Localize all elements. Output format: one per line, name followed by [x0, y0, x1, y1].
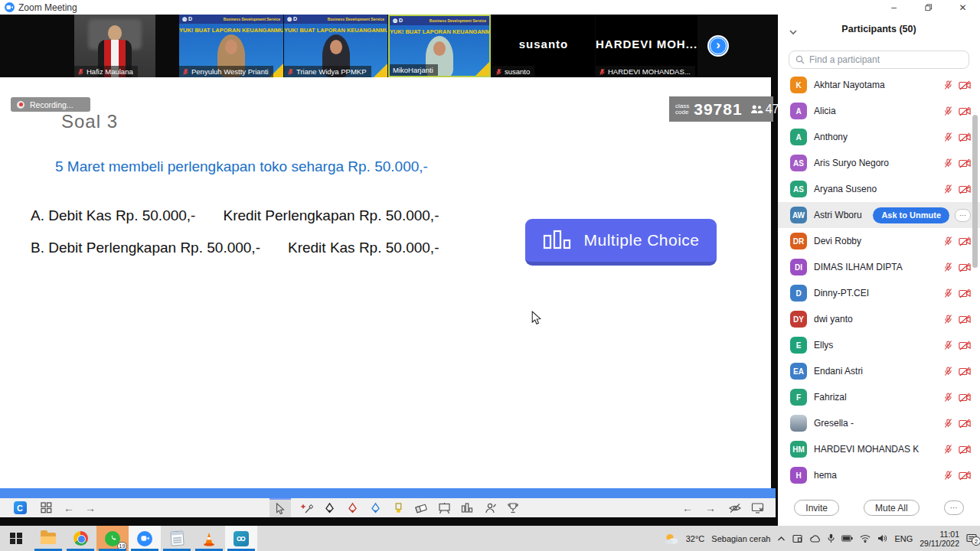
participant-row[interactable]: AW Astri Wboru Ask to Unmute··· — [778, 202, 980, 228]
next-slide-icon[interactable]: → — [80, 498, 101, 517]
wifi-icon[interactable] — [860, 534, 871, 543]
more-options-button[interactable]: ··· — [944, 500, 964, 515]
participant-row[interactable]: DI DIMAS ILHAM DIPTA — [778, 254, 980, 280]
pen-black-tool[interactable] — [318, 498, 340, 517]
whatsapp-taskbar-icon[interactable]: 19 — [96, 526, 129, 551]
banner-title: YUK! BUAT LAPORAN KEUANGANMU — [179, 27, 283, 34]
grid-view-icon[interactable] — [35, 498, 57, 517]
hide-annotations-icon[interactable] — [724, 498, 746, 517]
video-tile[interactable]: ◍ DBusiness Development ServiceYUK! BUAT… — [284, 15, 387, 77]
next-videos-button[interactable]: › — [707, 35, 729, 57]
participant-name: Alicia — [814, 106, 936, 116]
participant-name: HARDEVI MOHANDAS K — [814, 444, 936, 455]
microphone-icon[interactable] — [828, 533, 835, 543]
video-tile[interactable]: Hafiz Maulana — [74, 15, 155, 77]
mute-all-button[interactable]: Mute All — [864, 500, 920, 516]
video-tile[interactable]: ◍ DBusiness Development ServiceYUK! BUAT… — [388, 15, 491, 77]
zoom-taskbar-icon[interactable] — [129, 526, 161, 551]
video-off-icon — [959, 262, 971, 272]
participant-name: Akhtar Nayotama — [814, 80, 936, 90]
language-indicator[interactable]: ENG — [894, 534, 913, 543]
participant-status — [943, 392, 971, 403]
chrome-taskbar-icon[interactable] — [64, 526, 96, 551]
eraser-tool[interactable] — [410, 498, 432, 517]
teal-app-taskbar-icon[interactable] — [225, 526, 257, 551]
video-nametag: MikoHarjanti — [390, 64, 438, 76]
file-explorer-taskbar-icon[interactable] — [32, 526, 64, 551]
select-cursor-tool[interactable] — [270, 498, 291, 517]
highlighter-tool[interactable] — [387, 498, 409, 517]
participant-row[interactable]: DR Devi Robby — [778, 228, 980, 254]
participant-row[interactable]: F Fahrizal — [778, 384, 980, 410]
participant-status — [943, 184, 971, 194]
participant-name: Anthony — [814, 132, 936, 142]
multiple-choice-button[interactable]: Multiple Choice — [525, 219, 717, 266]
weather-icon[interactable] — [664, 533, 679, 545]
pen-red-tool[interactable] — [341, 498, 363, 517]
class-code-label: classcode — [675, 103, 689, 116]
poll-tool[interactable] — [456, 498, 478, 517]
participant-status — [943, 470, 971, 481]
weather-temp[interactable]: 32°C — [686, 534, 705, 543]
restore-button[interactable] — [911, 0, 946, 15]
video-tile[interactable]: ◍ DBusiness Development ServiceYUK! BUAT… — [179, 15, 283, 77]
participant-row[interactable]: A Anthony — [778, 124, 980, 150]
scrollbar-thumb[interactable] — [972, 115, 978, 268]
class-code-badge: classcode 39781 47 — [669, 96, 773, 122]
weather-desc[interactable]: Sebagian cerah — [711, 534, 770, 543]
participant-row[interactable]: H hema — [778, 462, 980, 488]
banner-brand: Business Development Service — [430, 18, 486, 23]
minimize-button[interactable]: – — [877, 0, 911, 15]
participant-more-button[interactable]: ··· — [955, 209, 971, 222]
tablet-mode-icon[interactable] — [792, 534, 802, 543]
participant-row[interactable]: K Akhtar Nayotama — [778, 72, 980, 98]
invite-button[interactable]: Invite — [794, 500, 839, 516]
search-input[interactable] — [809, 54, 962, 65]
laser-pointer-tool[interactable] — [296, 498, 317, 517]
classpoint-icon[interactable]: C — [9, 498, 31, 517]
participant-status — [943, 340, 971, 350]
mic-off-icon — [943, 158, 953, 168]
participant-row[interactable]: EA Endani Astri — [778, 358, 980, 384]
participant-search[interactable] — [789, 51, 969, 69]
participant-row[interactable]: A Alicia — [778, 98, 980, 124]
notepad-icon — [170, 530, 184, 546]
action-center-icon[interactable]: 2 — [966, 533, 977, 543]
participant-row[interactable]: Gresella - — [778, 410, 980, 436]
battery-icon[interactable] — [841, 535, 853, 542]
video-tile[interactable]: HARDEVI MOH... HARDEVI MOHANDAS... — [596, 15, 697, 77]
participant-row[interactable]: E Ellys — [778, 332, 980, 358]
undo-icon[interactable]: ← — [677, 498, 698, 517]
participant-row[interactable]: DY dwi yanto — [778, 306, 980, 332]
ask-to-unmute-button[interactable]: Ask to Unmute — [873, 207, 949, 223]
pen-blue-tool[interactable] — [364, 498, 386, 517]
participant-row[interactable]: AS Aris Suryo Negoro — [778, 150, 980, 176]
whiteboard-tool[interactable] — [433, 498, 455, 517]
video-nametag: Hafiz Maulana — [74, 66, 138, 77]
pick-name-tool[interactable] — [479, 498, 501, 517]
video-tile[interactable]: susanto susanto — [492, 15, 595, 77]
notepad-taskbar-icon[interactable] — [161, 526, 193, 551]
banner-brand: Business Development Service — [328, 17, 384, 21]
participant-row[interactable]: AS Aryana Suseno — [778, 176, 980, 202]
mouse-cursor-icon — [531, 311, 541, 328]
start-button[interactable] — [0, 526, 32, 551]
video-off-icon — [959, 132, 971, 142]
participant-status — [943, 288, 971, 298]
tray-chevron-up-icon[interactable] — [777, 536, 786, 542]
close-annotation-icon[interactable] — [747, 498, 769, 517]
recording-indicator[interactable]: Recording... — [11, 97, 90, 112]
speaker-icon[interactable] — [877, 534, 887, 543]
onedrive-cloud-icon[interactable] — [809, 535, 821, 543]
redo-icon[interactable]: → — [700, 498, 721, 517]
close-button[interactable]: ✕ — [946, 0, 980, 15]
vlc-taskbar-icon[interactable] — [193, 526, 225, 551]
participant-row[interactable]: D Dinny-PT.CEI — [778, 280, 980, 306]
zoom-app-icon — [5, 2, 15, 12]
award-star-tool[interactable] — [502, 498, 524, 517]
prev-slide-icon[interactable]: ← — [58, 498, 80, 517]
clock[interactable]: 11:01 29/11/2022 — [920, 530, 959, 548]
participant-name: Dinny-PT.CEI — [814, 288, 936, 298]
participant-row[interactable]: HM HARDEVI MOHANDAS K — [778, 436, 980, 462]
mic-off-icon — [943, 184, 953, 194]
